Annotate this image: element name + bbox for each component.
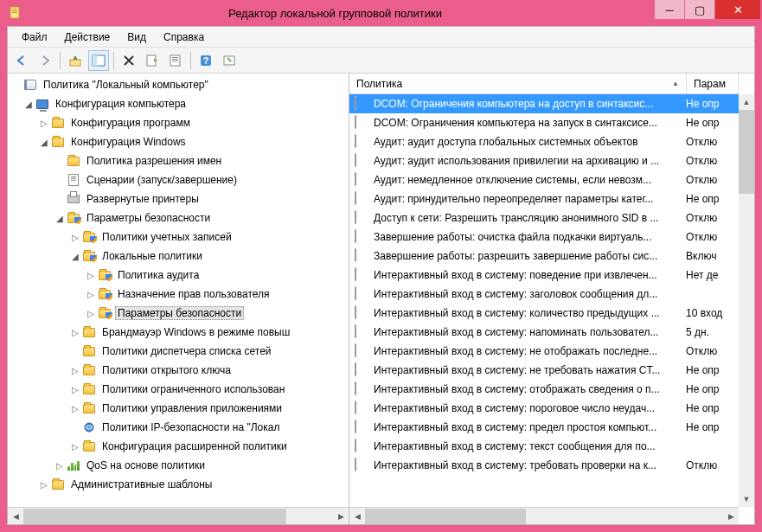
maximize-button[interactable]: ▢ xyxy=(685,0,714,19)
expander-icon[interactable] xyxy=(39,479,49,490)
policy-item-icon xyxy=(355,97,368,111)
show-tree-button[interactable] xyxy=(88,50,109,71)
list-vscrollbar[interactable]: ▲ ▼ xyxy=(739,94,754,507)
tree-item[interactable]: QoS на основе политики xyxy=(8,456,349,475)
list-hscrollbar[interactable]: ◀ ▶ xyxy=(349,507,739,524)
expander-icon[interactable] xyxy=(86,289,96,299)
expander-icon[interactable] xyxy=(70,327,80,337)
tree-item[interactable]: Назначение прав пользователя xyxy=(8,285,349,304)
tree-view[interactable]: Политика "Локальный компьютер" Конфигура… xyxy=(8,74,349,507)
tree-item[interactable]: Политики открытого ключа xyxy=(8,361,349,380)
tree-item[interactable]: Сценарии (запуск/завершение) xyxy=(8,170,349,189)
back-button[interactable] xyxy=(11,50,32,71)
tree-item[interactable]: Развернутые принтеры xyxy=(8,189,349,208)
expander-icon[interactable] xyxy=(70,384,80,394)
tree-item[interactable]: Административные шаблоны xyxy=(8,475,349,494)
policy-item-icon xyxy=(355,325,368,339)
window-title: Редактор локальной групповой политики xyxy=(0,7,762,20)
expander-icon[interactable] xyxy=(70,232,80,242)
menu-help[interactable]: Справка xyxy=(155,29,213,46)
list-row[interactable]: Аудит: немедленное отключение системы, е… xyxy=(349,170,739,189)
tree-item[interactable]: Брандмауэр Windows в режиме повыш xyxy=(8,323,349,342)
list-row[interactable]: Интерактивный вход в систему: не отображ… xyxy=(349,342,739,361)
tree-item[interactable]: Конфигурация программ xyxy=(8,113,349,132)
help-button[interactable]: ? xyxy=(195,50,216,71)
policy-name: Завершение работы: очистка файла подкачк… xyxy=(374,231,686,243)
menu-view[interactable]: Вид xyxy=(118,29,155,46)
list-row[interactable]: Интерактивный вход в систему: поведение … xyxy=(349,266,739,285)
list-row[interactable]: Интерактивный вход в систему: пороговое … xyxy=(349,399,739,418)
properties-button[interactable] xyxy=(165,50,186,71)
column-header-policy[interactable]: Политика▲ xyxy=(349,74,687,93)
tree-item[interactable]: Политики IP-безопасности на "Локал xyxy=(8,418,349,437)
tree-root[interactable]: Политика "Локальный компьютер" xyxy=(8,75,349,94)
expander-icon[interactable] xyxy=(23,99,34,109)
list-row[interactable]: Интерактивный вход в систему: количество… xyxy=(349,304,739,323)
tree-item[interactable]: Политики ограниченного использован xyxy=(8,380,349,399)
expander-icon[interactable] xyxy=(70,403,80,413)
expander-icon[interactable] xyxy=(70,441,80,452)
scroll-track[interactable] xyxy=(365,509,723,524)
delete-button[interactable] xyxy=(118,50,139,71)
list-row[interactable]: Интерактивный вход в систему: текст сооб… xyxy=(349,437,739,456)
column-header-param[interactable]: Парам xyxy=(687,74,739,93)
scroll-thumb[interactable] xyxy=(365,509,526,524)
minimize-button[interactable]: ─ xyxy=(655,0,684,19)
list-row[interactable]: Интерактивный вход в систему: отображать… xyxy=(349,380,739,399)
menu-action[interactable]: Действие xyxy=(56,29,119,46)
close-button[interactable]: ✕ xyxy=(715,0,760,19)
tree-item[interactable]: Конфигурация компьютера xyxy=(8,94,349,113)
expander-icon[interactable] xyxy=(54,460,65,471)
tree-item[interactable]: Политика аудита xyxy=(8,266,349,285)
list-row[interactable]: Завершение работы: разрешить завершение … xyxy=(349,247,739,266)
scroll-thumb[interactable] xyxy=(739,110,754,194)
tree-item[interactable]: Политики учетных записей xyxy=(8,228,349,247)
tree-item-selected[interactable]: Параметры безопасности xyxy=(8,304,349,323)
tree-item[interactable]: Параметры безопасности xyxy=(8,208,349,228)
expander-icon[interactable] xyxy=(54,213,65,223)
expander-icon[interactable] xyxy=(39,137,49,147)
expander-icon[interactable] xyxy=(86,308,96,318)
scroll-track[interactable] xyxy=(23,509,333,524)
list-row[interactable]: Интерактивный вход в систему: требовать … xyxy=(349,456,739,475)
expander-icon[interactable] xyxy=(86,270,96,280)
tree-item[interactable]: Политика разрешения имен xyxy=(8,151,349,170)
tree-item[interactable]: Политики диспетчера списка сетей xyxy=(8,342,349,361)
list-row[interactable]: Интерактивный вход в систему: напоминать… xyxy=(349,323,739,342)
scroll-left-icon[interactable]: ◀ xyxy=(349,509,365,524)
scroll-track[interactable] xyxy=(739,110,754,491)
scroll-right-icon[interactable]: ▶ xyxy=(333,509,349,524)
forward-button[interactable] xyxy=(35,50,55,71)
scroll-right-icon[interactable]: ▶ xyxy=(723,509,739,524)
scroll-down-icon[interactable]: ▼ xyxy=(739,491,754,507)
svg-rect-10 xyxy=(172,59,178,60)
list-row[interactable]: DCOM: Ограничения компьютера на доступ в… xyxy=(349,94,739,113)
list-row[interactable]: Интерактивный вход в систему: не требова… xyxy=(349,361,739,380)
scroll-left-icon[interactable]: ◀ xyxy=(8,509,23,524)
filter-button[interactable] xyxy=(219,50,240,71)
list-body[interactable]: DCOM: Ограничения компьютера на доступ в… xyxy=(349,94,739,507)
list-row[interactable]: Аудит: принудительно переопределяет пара… xyxy=(349,189,739,208)
expander-icon[interactable] xyxy=(70,365,80,375)
policy-value: Отклю xyxy=(686,174,733,186)
expander-icon[interactable] xyxy=(70,251,80,261)
list-row[interactable]: DCOM: Ограничения компьютера на запуск в… xyxy=(349,113,739,132)
list-row[interactable]: Интерактивный вход в систему: предел про… xyxy=(349,418,739,437)
export-button[interactable] xyxy=(142,50,163,71)
tree-item[interactable]: Конфигурация расширенной политики xyxy=(8,437,349,456)
menu-file[interactable]: Файл xyxy=(13,29,56,46)
list-row[interactable]: Интерактивный вход в систему: заголовок … xyxy=(349,285,739,304)
tree-hscrollbar[interactable]: ◀ ▶ xyxy=(8,507,349,524)
tree-item[interactable]: Политики управления приложениями xyxy=(8,399,349,418)
scroll-up-icon[interactable]: ▲ xyxy=(739,94,754,110)
list-row[interactable]: Завершение работы: очистка файла подкачк… xyxy=(349,228,739,247)
scroll-thumb[interactable] xyxy=(23,509,286,524)
tree-item[interactable]: Конфигурация Windows xyxy=(8,132,349,151)
list-row[interactable]: Аудит: аудит использования привилегии на… xyxy=(349,151,739,170)
separator xyxy=(190,52,191,69)
up-button[interactable] xyxy=(65,50,86,71)
expander-icon[interactable] xyxy=(39,118,49,128)
list-row[interactable]: Доступ к сети: Разрешить трансляцию анон… xyxy=(349,208,739,228)
tree-item[interactable]: Локальные политики xyxy=(8,247,349,266)
list-row[interactable]: Аудит: аудит доступа глобальных системны… xyxy=(349,132,739,151)
